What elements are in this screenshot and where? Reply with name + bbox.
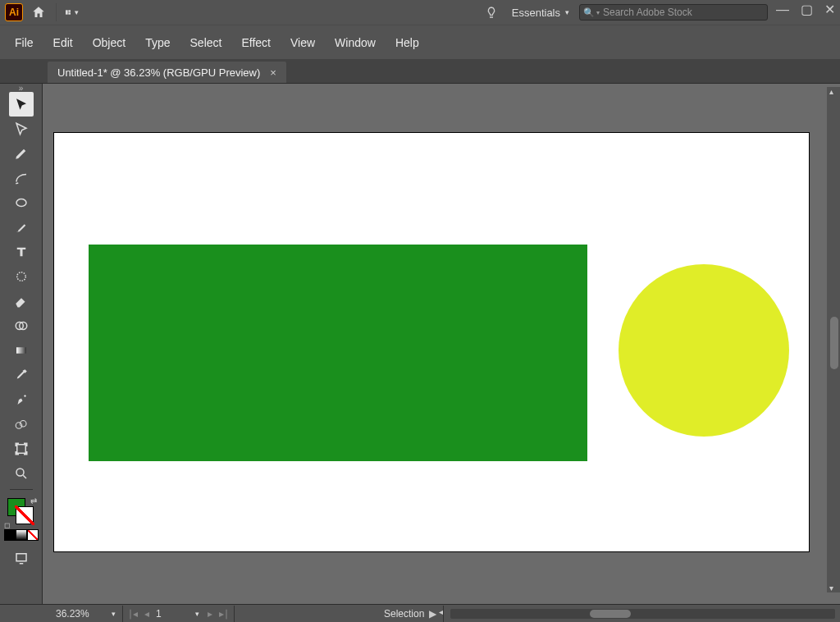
minimize-button[interactable]: — [776, 6, 789, 14]
app-logo-icon: Ai [5, 3, 23, 21]
vertical-scroll-thumb[interactable] [830, 317, 838, 369]
selection-tool[interactable] [9, 92, 34, 117]
main-area: ⇄ ◻ ▴ ▾ [0, 84, 840, 604]
svg-rect-1 [68, 10, 71, 11]
pen-tool[interactable] [9, 141, 34, 166]
menu-file[interactable]: File [5, 33, 43, 53]
workspace-label: Essentials [512, 7, 560, 19]
next-artboard-button[interactable]: ▸ [204, 608, 216, 620]
rotate-tool[interactable] [9, 264, 34, 289]
svg-rect-7 [16, 347, 26, 354]
default-fill-stroke-icon[interactable]: ◻ [4, 521, 10, 529]
first-artboard-button[interactable]: ∣◂ [125, 608, 141, 620]
eyedropper-tool[interactable] [9, 363, 34, 387]
window-controls: — ▢ ✕ [776, 6, 835, 19]
chevron-down-icon: ▾ [565, 8, 569, 16]
eraser-tool[interactable] [9, 289, 34, 313]
scroll-left-icon[interactable]: ◂ [439, 607, 443, 616]
tools-panel: ⇄ ◻ [0, 84, 43, 604]
menu-select[interactable]: Select [180, 33, 232, 53]
ellipse-shape[interactable] [619, 264, 789, 437]
screen-mode-button[interactable] [9, 546, 34, 570]
svg-point-3 [16, 199, 26, 207]
search-icon: 🔍 [583, 7, 595, 18]
gradient-tool[interactable] [9, 338, 34, 363]
last-artboard-button[interactable]: ▸∣ [216, 608, 232, 620]
canvas-viewport[interactable]: ▴ ▾ [43, 84, 840, 604]
artboard-dropdown-button[interactable]: ▾ [190, 610, 204, 618]
svg-rect-10 [16, 445, 25, 454]
shape-builder-tool[interactable] [9, 313, 34, 338]
search-placeholder: Search Adobe Stock [603, 7, 692, 18]
expand-tools-button[interactable] [0, 84, 42, 92]
zoom-level-input[interactable]: 36.23% [49, 608, 107, 620]
zoom-tool[interactable] [9, 461, 34, 486]
zoom-dropdown-button[interactable]: ▾ [107, 610, 121, 618]
ellipse-tool[interactable] [9, 190, 34, 215]
scroll-down-icon[interactable]: ▾ [829, 583, 833, 592]
artboard-tool[interactable] [9, 437, 34, 461]
swap-fill-stroke-icon[interactable]: ⇄ [30, 496, 37, 505]
color-mode-solid[interactable] [4, 529, 16, 541]
scroll-up-icon[interactable]: ▴ [829, 87, 833, 96]
menu-help[interactable]: Help [386, 33, 429, 53]
rectangle-shape[interactable] [89, 245, 587, 461]
svg-point-4 [16, 272, 25, 281]
color-mode-gradient[interactable] [16, 529, 27, 541]
fill-stroke-swatch[interactable]: ⇄ ◻ [4, 498, 39, 528]
symbol-sprayer-tool[interactable] [9, 387, 34, 412]
workspace-switcher[interactable]: Essentials ▾ [512, 7, 569, 19]
horizontal-scroll-thumb[interactable] [590, 610, 631, 618]
type-tool[interactable] [9, 240, 34, 264]
perspective-grid-tool[interactable] [9, 412, 34, 437]
menu-view[interactable]: View [281, 33, 325, 53]
search-input[interactable]: 🔍 ▾ Search Adobe Stock [579, 4, 768, 21]
prev-artboard-button[interactable]: ◂ [141, 608, 153, 620]
menu-type[interactable]: Type [135, 33, 180, 53]
svg-point-11 [16, 469, 24, 476]
vertical-scrollbar[interactable]: ▴ ▾ [827, 87, 840, 592]
artboard-number-input[interactable]: 1 [153, 608, 190, 620]
arrange-documents-button[interactable]: ▾ [56, 3, 79, 21]
close-tab-button[interactable]: × [270, 66, 276, 79]
horizontal-scrollbar[interactable]: ◂ ▸ [450, 609, 835, 619]
document-tab-label: Untitled-1* @ 36.23% (RGB/GPU Preview) [57, 66, 260, 79]
document-tab[interactable]: Untitled-1* @ 36.23% (RGB/GPU Preview) × [48, 62, 286, 83]
document-tab-bar: Untitled-1* @ 36.23% (RGB/GPU Preview) × [0, 59, 840, 84]
menu-bar: File Edit Object Type Select Effect View… [0, 25, 840, 59]
maximize-button[interactable]: ▢ [801, 6, 813, 14]
svg-rect-2 [68, 12, 71, 14]
title-bar: Ai ▾ Essentials ▾ 🔍 ▾ Search Adobe Stock… [0, 0, 840, 25]
curvature-tool[interactable] [9, 166, 34, 190]
close-button[interactable]: ✕ [824, 6, 835, 14]
direct-selection-tool[interactable] [9, 117, 34, 141]
svg-rect-12 [16, 554, 26, 561]
paintbrush-tool[interactable] [9, 215, 34, 240]
current-tool-label: Selection [384, 608, 424, 620]
svg-rect-0 [66, 10, 68, 14]
menu-object[interactable]: Object [83, 33, 135, 53]
menu-effect[interactable]: Effect [231, 33, 281, 53]
color-mode-row [4, 529, 39, 541]
chevron-down-icon: ▾ [596, 9, 600, 16]
color-mode-none[interactable] [27, 529, 39, 541]
stroke-swatch[interactable] [16, 506, 34, 524]
chevron-down-icon: ▾ [75, 8, 79, 16]
artboard[interactable] [54, 133, 809, 551]
status-bar: 36.23% ▾ ∣◂ ◂ 1 ▾ ▸ ▸∣ Selection ▶ ◂ ▸ [0, 604, 840, 622]
home-button[interactable] [30, 3, 48, 21]
menu-window[interactable]: Window [325, 33, 386, 53]
menu-edit[interactable]: Edit [43, 33, 83, 53]
discover-button[interactable] [482, 3, 500, 21]
